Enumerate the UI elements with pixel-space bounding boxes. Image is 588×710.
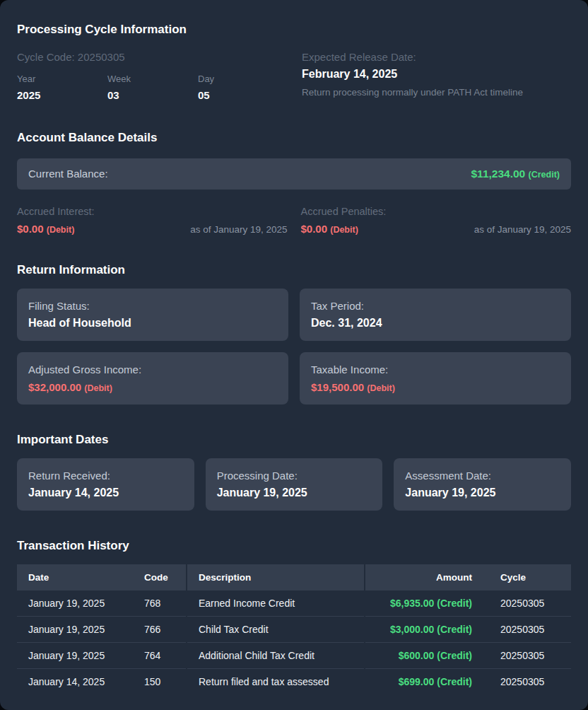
- column-header-cycle: Cycle: [478, 564, 571, 590]
- assessment-date-value: January 19, 2025: [405, 485, 560, 501]
- debit-tag: (Debit): [84, 383, 112, 393]
- processing-cycle-title: Processing Cycle Information: [17, 21, 571, 37]
- cycle-field-value: 05: [198, 88, 288, 103]
- cycle-field-day: Day 05: [198, 73, 288, 103]
- amount-value: $600.00: [399, 650, 435, 661]
- tx-amount: $699.00 (Credit): [365, 669, 478, 695]
- amount-value: $6,935.00: [390, 598, 434, 609]
- column-header-amount: Amount: [365, 564, 478, 590]
- tx-cycle: 20250305: [478, 617, 571, 643]
- tx-description: Child Tax Credit: [187, 617, 365, 643]
- credit-tag: (Credit): [437, 676, 472, 687]
- taxable-income-card: Taxable Income: $19,500.00 (Debit): [300, 352, 571, 405]
- table-row: January 19, 2025 768 Earned Income Credi…: [17, 590, 571, 617]
- amount-value: $32,000.00: [28, 381, 81, 393]
- cycle-field-label: Day: [198, 73, 288, 85]
- release-date-label: Expected Release Date:: [302, 50, 571, 64]
- amount-value: $3,000.00: [390, 624, 434, 635]
- tx-code: 768: [139, 590, 187, 617]
- column-header-description: Description: [187, 564, 365, 590]
- important-dates-title: Important Dates: [17, 431, 571, 448]
- return-information-section: Return Information Filing Status: Head o…: [17, 262, 571, 405]
- debit-tag: (Debit): [47, 225, 75, 235]
- agi-amount: $32,000.00 (Debit): [28, 380, 277, 396]
- accrued-interest-block: Accrued Interest: $0.00 (Debit) as of Ja…: [17, 205, 288, 235]
- tx-date: January 19, 2025: [17, 590, 139, 617]
- cycle-field-week: Week 03: [107, 73, 198, 103]
- tx-date: January 19, 2025: [17, 643, 139, 669]
- account-balance-title: Account Balance Details: [17, 129, 571, 146]
- table-row: January 14, 2025 150 Return filed and ta…: [17, 669, 571, 695]
- credit-tag: (Credit): [437, 598, 472, 609]
- cycle-code-block: Cycle Code: 20250305 Year 2025 Week 03 D…: [17, 50, 288, 103]
- current-balance-label: Current Balance:: [28, 167, 108, 181]
- accrued-penalties-label: Accrued Penalties:: [301, 205, 572, 219]
- taxable-income-label: Taxable Income:: [311, 362, 560, 377]
- tx-description: Earned Income Credit: [187, 590, 365, 617]
- transaction-table: Date Code Description Amount Cycle Janua…: [17, 564, 571, 694]
- accrued-penalties-amount: $0.00 (Debit): [301, 223, 358, 235]
- tax-period-label: Tax Period:: [311, 298, 560, 313]
- column-header-code: Code: [139, 564, 187, 590]
- amount-value: $11,234.00: [471, 168, 526, 180]
- tx-amount: $6,935.00 (Credit): [365, 590, 478, 617]
- debit-tag: (Debit): [330, 225, 358, 235]
- filing-status-card: Filing Status: Head of Household: [17, 289, 288, 341]
- transaction-history-section: Transaction History Date Code Descriptio…: [17, 537, 571, 694]
- cycle-field-label: Year: [17, 73, 107, 85]
- amount-value: $19,500.00: [311, 381, 364, 393]
- cycle-field-value: 2025: [17, 88, 107, 103]
- table-row: January 19, 2025 764 Additional Child Ta…: [17, 643, 571, 669]
- processing-cycle-section: Processing Cycle Information Cycle Code:…: [17, 21, 571, 103]
- cycle-field-year: Year 2025: [17, 73, 107, 103]
- tx-amount: $600.00 (Credit): [365, 643, 478, 669]
- tx-description: Additional Child Tax Credit: [187, 643, 365, 669]
- agi-label: Adjusted Gross Income:: [28, 362, 277, 377]
- current-balance-row: Current Balance: $11,234.00 (Credit): [17, 158, 571, 190]
- column-header-date: Date: [17, 564, 139, 590]
- filing-status-label: Filing Status:: [28, 298, 277, 313]
- release-date-note: Return processing normally under PATH Ac…: [302, 86, 571, 99]
- cycle-code: Cycle Code: 20250305: [17, 50, 288, 64]
- cycle-field-label: Week: [107, 73, 198, 85]
- debit-tag: (Debit): [367, 383, 395, 393]
- return-received-value: January 14, 2025: [28, 485, 183, 501]
- assessment-date-label: Assessment Date:: [405, 468, 560, 483]
- return-received-card: Return Received: January 14, 2025: [17, 458, 194, 511]
- tx-date: January 14, 2025: [17, 669, 139, 695]
- tx-amount: $3,000.00 (Credit): [365, 617, 478, 643]
- tx-code: 764: [139, 643, 187, 669]
- table-header-row: Date Code Description Amount Cycle: [17, 564, 571, 590]
- filing-status-value: Head of Household: [28, 315, 277, 331]
- taxable-income-amount: $19,500.00 (Debit): [311, 380, 560, 396]
- release-date-block: Expected Release Date: February 14, 2025…: [302, 50, 571, 103]
- processing-date-label: Processing Date:: [217, 468, 372, 483]
- return-received-label: Return Received:: [28, 468, 183, 483]
- credit-tag: (Credit): [437, 650, 472, 661]
- table-row: January 19, 2025 766 Child Tax Credit $3…: [17, 617, 571, 643]
- agi-card: Adjusted Gross Income: $32,000.00 (Debit…: [17, 352, 288, 405]
- credit-tag: (Credit): [529, 170, 560, 180]
- transaction-history-title: Transaction History: [17, 537, 571, 554]
- processing-date-card: Processing Date: January 19, 2025: [206, 458, 383, 511]
- amount-value: $0.00: [17, 223, 44, 235]
- amount-value: $699.00: [399, 676, 435, 687]
- tx-cycle: 20250305: [478, 669, 571, 695]
- tx-cycle: 20250305: [478, 590, 571, 617]
- account-balance-section: Account Balance Details Current Balance:…: [17, 129, 571, 235]
- cycle-field-value: 03: [107, 88, 198, 103]
- current-balance-amount: $11,234.00 (Credit): [471, 168, 560, 180]
- accrued-interest-label: Accrued Interest:: [17, 205, 288, 219]
- tax-period-value: Dec. 31, 2024: [311, 315, 560, 331]
- accrued-penalties-asof: as of January 19, 2025: [474, 224, 571, 235]
- tx-code: 150: [139, 669, 187, 695]
- amount-value: $0.00: [301, 223, 328, 235]
- tx-cycle: 20250305: [478, 643, 571, 669]
- transcript-panel: Processing Cycle Information Cycle Code:…: [0, 0, 588, 710]
- tx-date: January 19, 2025: [17, 617, 139, 643]
- accrued-penalties-block: Accrued Penalties: $0.00 (Debit) as of J…: [301, 205, 572, 235]
- return-information-title: Return Information: [17, 262, 571, 278]
- assessment-date-card: Assessment Date: January 19, 2025: [394, 458, 571, 511]
- tx-code: 766: [139, 617, 187, 643]
- accrued-interest-amount: $0.00 (Debit): [17, 223, 74, 235]
